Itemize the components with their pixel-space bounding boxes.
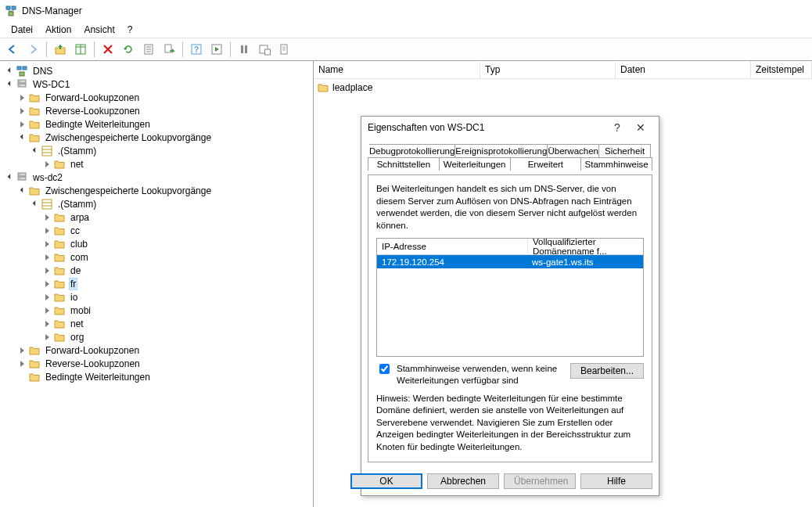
tab-stammhinweise[interactable]: Stammhinweise — [581, 157, 652, 171]
twisty-icon[interactable] — [16, 344, 28, 357]
twisty-icon[interactable] — [16, 92, 28, 104]
forward-button[interactable] — [23, 40, 42, 59]
tree-item[interactable]: Zwischengespeicherte Lookupvorgänge — [0, 131, 313, 144]
twisty-icon[interactable] — [41, 318, 53, 330]
tab-ueberwachen[interactable]: Überwachen — [548, 144, 599, 157]
tree-item[interactable]: mobi — [0, 304, 313, 317]
use-root-hints-input[interactable] — [379, 364, 390, 374]
use-root-hints-checkbox[interactable]: Stammhinweise verwenden, wenn keine Weit… — [376, 363, 570, 387]
folder-icon — [317, 81, 329, 94]
up-button[interactable] — [51, 40, 70, 59]
twisty-icon[interactable] — [3, 171, 16, 184]
twisty-icon[interactable] — [28, 198, 41, 210]
twisty-icon[interactable] — [41, 158, 53, 171]
tree-item[interactable]: com — [0, 250, 313, 264]
twisty-icon[interactable] — [41, 278, 53, 290]
tab-erweitert[interactable]: Erweitert — [511, 157, 582, 171]
tree-server[interactable]: ws-dc2 — [0, 171, 313, 184]
twisty-icon[interactable] — [3, 78, 16, 91]
col-daten[interactable]: Daten — [616, 61, 751, 78]
tree-item[interactable]: fr — [0, 277, 313, 290]
tab-weiterleitungen[interactable]: Weiterleitungen — [440, 157, 511, 171]
tree-root[interactable]: DNS — [0, 64, 313, 77]
tree-item[interactable]: Forward-Lookupzonen — [0, 91, 313, 104]
twisty-icon[interactable] — [3, 65, 16, 77]
col-name[interactable]: Name — [314, 61, 480, 78]
twisty-icon[interactable] — [16, 185, 28, 197]
tree-item[interactable]: cc — [0, 224, 313, 237]
twisty-icon[interactable] — [41, 304, 53, 317]
twisty-icon[interactable] — [41, 251, 53, 264]
list-body[interactable]: leadplace — [314, 79, 812, 95]
close-icon[interactable]: ✕ — [629, 121, 652, 134]
tree-item[interactable]: arpa — [0, 210, 313, 224]
col-typ[interactable]: Typ — [480, 61, 616, 78]
play-button[interactable] — [207, 40, 226, 59]
twisty-icon[interactable] — [41, 331, 53, 343]
twisty-icon[interactable] — [16, 118, 28, 131]
tree-item[interactable]: Forward-Lookupzonen — [0, 343, 313, 357]
tree-item-label: WS-DC1 — [31, 79, 71, 90]
tab-ereignisprotokollierung[interactable]: Ereignisprotokollierung — [455, 144, 548, 157]
folder-icon — [28, 118, 41, 131]
toolbar-separator — [94, 41, 95, 57]
tree-server[interactable]: WS-DC1 — [0, 77, 313, 91]
edit-button[interactable]: Bearbeiten... — [570, 363, 644, 379]
pause-button[interactable] — [235, 40, 253, 59]
properties-button[interactable] — [139, 40, 158, 59]
showhide-button[interactable] — [71, 40, 90, 59]
menu-datei[interactable]: Datei — [5, 23, 39, 37]
twisty-icon[interactable] — [41, 264, 53, 277]
col-fqdn[interactable]: Vollqualifizierter Domänenname f... — [528, 239, 643, 254]
menu-help[interactable]: ? — [121, 23, 139, 37]
tree-item[interactable]: .(Stamm) — [0, 197, 313, 210]
tree-item[interactable]: net — [0, 157, 313, 171]
newzone-button[interactable] — [275, 40, 294, 59]
tree-item[interactable]: net — [0, 317, 313, 330]
svg-point-38 — [19, 178, 20, 179]
delete-button[interactable] — [99, 40, 117, 59]
refresh-button[interactable] — [119, 40, 138, 59]
tree-item[interactable]: Reverse-Lookupzonen — [0, 357, 313, 370]
ok-button[interactable]: OK — [350, 473, 422, 489]
twisty-icon[interactable] — [41, 291, 53, 304]
tree-item[interactable]: Reverse-Lookupzonen — [0, 104, 313, 117]
twisty-icon[interactable] — [16, 358, 28, 370]
tree-item[interactable]: .(Stamm) — [0, 144, 313, 157]
col-ip[interactable]: IP-Adresse — [377, 239, 528, 254]
tree-item[interactable]: Bedingte Weiterleitungen — [0, 117, 313, 131]
col-zeitstempel[interactable]: Zeitstempel — [751, 61, 812, 78]
stop-button[interactable] — [255, 40, 274, 59]
twisty-icon[interactable] — [41, 211, 53, 224]
export-button[interactable] — [160, 40, 178, 59]
twisty-icon[interactable] — [16, 131, 28, 144]
forwarders-list[interactable]: IP-Adresse Vollqualifizierter Domänennam… — [376, 238, 644, 357]
tree-item[interactable]: club — [0, 237, 313, 250]
twisty-icon[interactable] — [16, 105, 28, 117]
twisty-icon[interactable] — [41, 238, 53, 250]
tree-item[interactable]: io — [0, 290, 313, 304]
twisty-icon[interactable] — [41, 225, 53, 237]
dialog-titlebar[interactable]: Eigenschaften von WS-DC1 ? ✕ — [361, 117, 659, 138]
help-button[interactable]: ? — [187, 40, 206, 59]
help-button[interactable]: Hilfe — [580, 473, 652, 489]
folder-icon — [28, 185, 41, 197]
tree-item[interactable]: Zwischengespeicherte Lookupvorgänge — [0, 184, 313, 197]
folder-icon — [53, 238, 66, 250]
help-icon[interactable]: ? — [605, 121, 629, 134]
forwarder-row[interactable]: 172.19.120.254 ws-gate1.ws.its — [377, 255, 643, 268]
tab-schnittstellen[interactable]: Schnittstellen — [368, 157, 440, 171]
tree-pane[interactable]: DNSWS-DC1Forward-LookupzonenReverse-Look… — [0, 61, 314, 507]
tree-item[interactable]: org — [0, 330, 313, 343]
apply-button[interactable]: Übernehmen — [504, 473, 576, 489]
tab-debugprotokollierung[interactable]: Debugprotokollierung — [369, 144, 455, 157]
back-button[interactable] — [3, 40, 22, 59]
menu-ansicht[interactable]: Ansicht — [77, 23, 120, 37]
list-item[interactable]: leadplace — [317, 81, 809, 94]
menu-aktion[interactable]: Aktion — [39, 23, 77, 37]
tree-item[interactable]: de — [0, 264, 313, 277]
tree-item[interactable]: Bedingte Weiterleitungen — [0, 370, 313, 383]
tab-sicherheit[interactable]: Sicherheit — [599, 144, 651, 157]
cancel-button[interactable]: Abbrechen — [427, 473, 499, 489]
twisty-icon[interactable] — [28, 145, 41, 157]
